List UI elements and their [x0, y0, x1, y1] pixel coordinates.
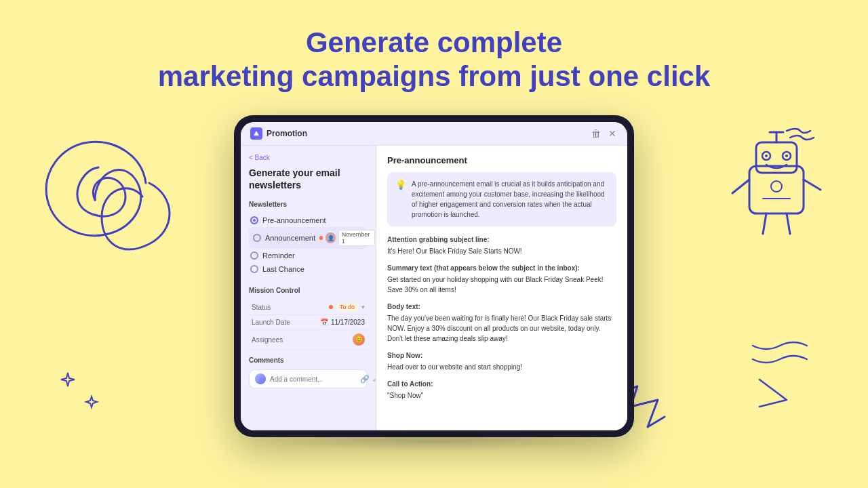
announcement-avatar: 👤 — [326, 232, 335, 243]
content-label: Call to Action: — [387, 380, 616, 388]
info-text: A pre-announcement email is crucial as i… — [412, 179, 608, 220]
announcement-date: November 1 — [338, 230, 375, 246]
content-value: Get started on your holiday shopping wit… — [387, 274, 616, 295]
link-icon[interactable]: 🔗 — [360, 375, 370, 384]
title-bar: Promotion 🗑 ✕ — [241, 122, 627, 146]
newsletter-item-last-chance[interactable]: Last Chance — [249, 262, 368, 276]
newsletter-item-announcement[interactable]: Announcement 👤 November 1 › — [249, 227, 368, 249]
hero-line1: Generate complete — [306, 26, 562, 58]
reminder-label: Reminder — [262, 251, 295, 260]
launch-date-label: Launch Date — [252, 319, 290, 326]
content-value: "Shop Now" — [387, 390, 616, 401]
content-sections: Attention grabbing subject line: It's He… — [387, 236, 616, 401]
radio-announcement — [253, 234, 261, 242]
title-bar-left: Promotion — [250, 127, 307, 140]
assignee-avatar: 😊 — [353, 333, 365, 346]
content-label: Attention grabbing subject line: — [387, 236, 616, 243]
announcement-meta: 👤 November 1 › — [319, 230, 376, 246]
radio-last-chance — [250, 265, 258, 273]
last-chance-label: Last Chance — [262, 265, 304, 273]
radio-reminder — [250, 251, 258, 260]
pre-announcement-label: Pre-announcement — [262, 216, 326, 224]
hero-line2: marketing campaigns from just one click — [158, 60, 711, 92]
newsletter-list: Pre-announcement Announcement 👤 November… — [249, 214, 368, 276]
comment-user-avatar — [255, 373, 266, 384]
dot-indicator — [319, 236, 323, 240]
comment-input[interactable] — [270, 375, 356, 383]
tablet-frame: Promotion 🗑 ✕ < Back Generate your email… — [234, 115, 634, 437]
status-row[interactable]: Status To do ▾ — [249, 300, 368, 315]
content-label: Shop Now: — [387, 352, 616, 359]
status-badge: To do — [336, 303, 359, 311]
mission-control-label: Mission Control — [249, 287, 368, 294]
content-section: Attention grabbing subject line: It's He… — [387, 236, 616, 256]
tablet-reflection — [264, 430, 604, 451]
radio-pre-announcement — [250, 216, 258, 224]
promo-icon — [250, 127, 262, 140]
tablet-screen: Promotion 🗑 ✕ < Back Generate your email… — [241, 122, 627, 430]
content-section: Call to Action: "Shop Now" — [387, 380, 616, 401]
chevron-down-icon: ▾ — [361, 304, 365, 310]
comment-input-row: 🔗 ⤢ — [249, 369, 368, 388]
content-section: Summary text (that appears below the sub… — [387, 264, 616, 295]
content-label: Body text: — [387, 303, 616, 310]
content-section: Body text: The day you've been waiting f… — [387, 303, 616, 344]
content-value: It's Here! Our Black Friday Sale Starts … — [387, 246, 616, 256]
newsletters-label: Newsletters — [249, 201, 368, 208]
mission-control-section: Mission Control Status To do ▾ Launch Da… — [249, 287, 368, 350]
tablet-device: Promotion 🗑 ✕ < Back Generate your email… — [234, 115, 634, 437]
content-value: The day you've been waiting for is final… — [387, 313, 616, 344]
app-content: < Back Generate your email newsletters N… — [241, 146, 627, 430]
comment-actions: 🔗 ⤢ — [360, 375, 376, 384]
left-panel: < Back Generate your email newsletters N… — [241, 146, 376, 430]
title-bar-actions: 🗑 ✕ — [591, 128, 618, 139]
content-value: Head over to our website and start shopp… — [387, 362, 616, 372]
newsletter-item-pre-announcement[interactable]: Pre-announcement — [249, 214, 368, 227]
left-panel-title: Generate your email newsletters — [249, 167, 368, 191]
content-section: Shop Now: Head over to our website and s… — [387, 352, 616, 372]
right-panel-heading: Pre-announcement — [387, 155, 616, 165]
back-link[interactable]: < Back — [249, 154, 368, 161]
comments-label: Comments — [249, 357, 368, 364]
content-label: Summary text (that appears below the sub… — [387, 264, 616, 272]
right-panel: Pre-announcement 💡 A pre-announcement em… — [376, 146, 627, 430]
info-box: 💡 A pre-announcement email is crucial as… — [387, 172, 616, 226]
comments-section: Comments 🔗 ⤢ — [249, 357, 368, 388]
launch-date-value: 📅 11/17/2023 — [320, 319, 365, 326]
hero-section: Generate complete marketing campaigns fr… — [0, 0, 868, 94]
app-title: Promotion — [267, 129, 307, 138]
launch-date-row[interactable]: Launch Date 📅 11/17/2023 — [249, 315, 368, 330]
delete-button[interactable]: 🗑 — [591, 128, 601, 139]
launch-date: 11/17/2023 — [331, 319, 365, 326]
announcement-label: Announcement — [265, 234, 315, 242]
newsletter-item-reminder[interactable]: Reminder — [249, 249, 368, 262]
close-button[interactable]: ✕ — [607, 128, 618, 139]
assignees-value: 😊 — [353, 333, 365, 346]
assignees-label: Assignees — [252, 336, 283, 344]
dot-orange — [329, 305, 333, 309]
status-value: To do ▾ — [329, 303, 365, 311]
calendar-icon: 📅 — [320, 319, 328, 326]
info-icon: 💡 — [395, 180, 406, 220]
assignees-row[interactable]: Assignees 😊 — [249, 330, 368, 350]
status-label: Status — [252, 304, 271, 311]
